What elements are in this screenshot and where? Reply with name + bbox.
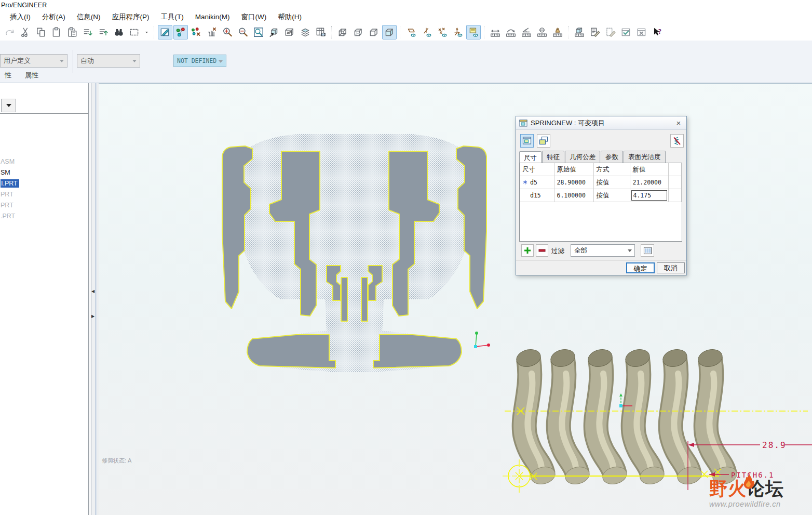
forum-watermark: 野火论坛 www.proewildfire.cn	[709, 479, 812, 508]
orient-mode-icon[interactable]	[189, 25, 204, 39]
spring-model[interactable]: 28.9 PITCH6.1	[498, 333, 812, 499]
base-dish-section[interactable]	[247, 335, 335, 368]
layers-icon[interactable]	[298, 25, 313, 39]
menu-item-7[interactable]: 窗口(W)	[236, 11, 273, 23]
table-row[interactable]: d156.100000按值4.175	[520, 189, 682, 202]
main-toolbar: ?	[0, 23, 812, 41]
sketcher-display-icon[interactable]	[158, 25, 172, 39]
pan-mode-icon[interactable]	[205, 25, 219, 39]
remove-item-icon[interactable]	[536, 244, 548, 257]
spin-center-icon[interactable]	[173, 25, 188, 39]
spring-preview-off-icon[interactable]	[670, 134, 684, 148]
hidden-line-icon[interactable]	[351, 25, 366, 39]
constraint-status-combobox[interactable]: NOT DEFINED	[173, 55, 226, 67]
refit-icon[interactable]	[251, 25, 266, 39]
no-hidden-icon[interactable]	[367, 25, 381, 39]
dimension-name-cell: d15	[520, 189, 554, 202]
regenerate-manager-icon[interactable]	[96, 25, 111, 39]
csys-marker[interactable]	[474, 332, 490, 348]
spring-coils[interactable]	[515, 347, 738, 486]
tree-item[interactable]: .PRT	[0, 211, 88, 222]
datum-points-toggle-icon[interactable]	[435, 25, 450, 39]
copy-icon[interactable]	[34, 25, 48, 39]
collapse-left-icon[interactable]: ◀	[91, 289, 94, 294]
placement-combobox[interactable]: 自动	[77, 54, 140, 68]
cancel-icon[interactable]	[634, 25, 649, 39]
graphics-area[interactable]: 28.9 PITCH6.1 修剪状态: A 野火论坛 www.proewildf…	[99, 83, 812, 515]
tree-item[interactable]: PRT	[0, 189, 88, 200]
columns-icon[interactable]	[641, 244, 654, 257]
close-icon[interactable]: ×	[674, 118, 683, 128]
datum-axes-toggle-icon[interactable]	[419, 25, 434, 39]
new-value-input[interactable]: 4.175	[631, 190, 667, 201]
zoom-out-icon[interactable]	[236, 25, 250, 39]
stem-wall-section[interactable]	[341, 278, 347, 321]
context-help-icon[interactable]: ?	[650, 25, 665, 39]
menu-item-2[interactable]: 分析(A)	[36, 11, 71, 23]
tree-item-label: PRT	[1, 202, 13, 209]
toolbar-separator	[400, 26, 401, 38]
redo-icon[interactable]	[3, 25, 17, 39]
regenerate-icon[interactable]	[80, 25, 95, 39]
spring-coil[interactable]	[696, 347, 738, 486]
datum-planes-toggle-icon[interactable]	[404, 25, 418, 39]
panel-divider[interactable]: ◀ ▶	[88, 83, 99, 515]
named-views-icon[interactable]	[282, 25, 297, 39]
saved-views-icon[interactable]	[267, 25, 281, 39]
menu-item-5[interactable]: 工具(T)	[155, 11, 190, 23]
filter-combobox[interactable]: 全部	[571, 244, 635, 257]
select-box-icon[interactable]	[127, 25, 142, 39]
measure-angle-icon[interactable]	[519, 25, 534, 39]
tree-item[interactable]: SM	[0, 167, 88, 178]
chevron-down-icon	[132, 60, 137, 62]
method-cell[interactable]: 按值	[593, 189, 630, 202]
paste-special-icon[interactable]	[65, 25, 79, 39]
measure-diameter-icon[interactable]	[535, 25, 549, 39]
dialog-title-bar[interactable]: SPRINGNEW : 可变项目 ×	[516, 116, 686, 130]
new-value-cell[interactable]: 4.175	[630, 189, 668, 202]
menu-item-4[interactable]: 应用程序(P)	[106, 11, 155, 23]
edit-references-icon[interactable]	[603, 25, 618, 39]
cancel-button[interactable]: 取消	[657, 262, 685, 273]
table-row[interactable]: d528.90000按值21.20000	[520, 176, 682, 189]
dialog-title: SPRINGNEW : 可变项目	[531, 118, 674, 128]
wireframe-icon[interactable]	[335, 25, 350, 39]
chevron-down-icon	[60, 60, 64, 62]
menu-item-1[interactable]: 插入(I)	[4, 11, 36, 23]
tree-item[interactable]: ASM	[0, 156, 88, 167]
find-icon[interactable]	[112, 25, 126, 39]
confirm-icon[interactable]	[619, 25, 633, 39]
add-item-icon[interactable]	[521, 244, 534, 257]
shaded-icon[interactable]	[382, 25, 397, 39]
method-cell[interactable]: 按值	[593, 176, 630, 189]
measure-distance-icon[interactable]	[488, 25, 503, 39]
measure-mass-icon[interactable]	[550, 25, 565, 39]
ok-button[interactable]: 确定	[626, 262, 655, 273]
dual-window-icon[interactable]	[537, 134, 550, 148]
tree-filter-button[interactable]	[1, 99, 16, 112]
select-options-caret-icon[interactable]	[143, 25, 151, 39]
csys-toggle-icon[interactable]	[451, 25, 465, 39]
tree-item[interactable]: I.PRT	[0, 178, 88, 189]
menu-item-3[interactable]: 信息(N)	[71, 11, 106, 23]
menu-item-8[interactable]: 帮助(H)	[272, 11, 307, 23]
cross-section-model[interactable]	[218, 128, 491, 372]
annotations-toggle-icon[interactable]	[466, 25, 481, 39]
single-window-icon[interactable]	[520, 134, 534, 148]
edit-definition-icon[interactable]	[588, 25, 602, 39]
toolbar-separator	[568, 26, 569, 38]
tree-item-label: .PRT	[1, 213, 15, 220]
new-value-cell[interactable]: 21.20000	[630, 176, 668, 189]
cut-icon[interactable]	[18, 25, 33, 39]
tree-item[interactable]: PRT	[0, 200, 88, 211]
view-manager-icon[interactable]	[314, 25, 328, 39]
measure-arc-icon[interactable]	[504, 25, 518, 39]
measure-volume-icon[interactable]	[572, 25, 587, 39]
dashboard-tab-1[interactable]: 性	[3, 70, 13, 82]
constraint-set-combobox[interactable]: 用户定义	[0, 54, 67, 68]
dashboard-tab-2[interactable]: 属性	[23, 70, 40, 82]
zoom-in-icon[interactable]	[220, 25, 235, 39]
paste-icon[interactable]	[49, 25, 64, 39]
menu-item-6[interactable]: Manikin(M)	[190, 12, 236, 22]
expand-right-icon[interactable]: ▶	[91, 314, 94, 319]
